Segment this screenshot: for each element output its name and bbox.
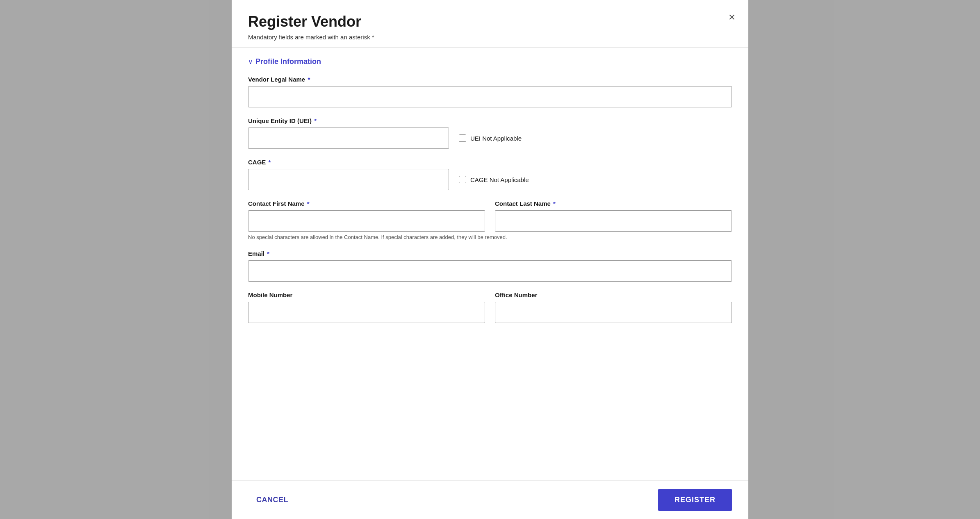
uei-not-applicable-group: UEI Not Applicable	[459, 134, 522, 142]
vendor-legal-name-input[interactable]	[248, 86, 732, 107]
contact-name-group: Contact First Name * Contact Last Name *…	[248, 200, 732, 240]
email-input[interactable]	[248, 260, 732, 282]
email-label: Email *	[248, 250, 732, 257]
uei-input[interactable]	[248, 127, 449, 149]
office-number-col: Office Number	[495, 291, 732, 323]
contact-last-name-label: Contact Last Name *	[495, 200, 732, 207]
section-header: ∨ Profile Information	[248, 57, 732, 66]
close-button[interactable]: ×	[725, 10, 738, 25]
mobile-number-label: Mobile Number	[248, 291, 485, 298]
office-number-input[interactable]	[495, 302, 732, 323]
cage-not-applicable-checkbox[interactable]	[459, 176, 466, 183]
modal-footer: CANCEL REGISTER	[232, 480, 748, 519]
vendor-legal-name-group: Vendor Legal Name *	[248, 76, 732, 107]
cage-not-applicable-group: CAGE Not Applicable	[459, 176, 529, 183]
modal-overlay: Register Vendor Mandatory fields are mar…	[0, 0, 980, 519]
uei-group: Unique Entity ID (UEI) * UEI Not Applica…	[248, 117, 732, 149]
contact-last-name-col: Contact Last Name *	[495, 200, 732, 232]
email-required-star: *	[265, 250, 269, 257]
cage-label: CAGE *	[248, 159, 732, 166]
office-number-label: Office Number	[495, 291, 732, 298]
cage-required-star: *	[267, 159, 271, 166]
modal-header: Register Vendor Mandatory fields are mar…	[232, 0, 748, 48]
modal-subtitle: Mandatory fields are marked with an aste…	[248, 34, 732, 41]
contact-first-name-label: Contact First Name *	[248, 200, 485, 207]
cage-input[interactable]	[248, 169, 449, 190]
modal-body: ∨ Profile Information Vendor Legal Name …	[232, 48, 748, 480]
cage-group: CAGE * CAGE Not Applicable	[248, 159, 732, 190]
mobile-number-col: Mobile Number	[248, 291, 485, 323]
mobile-office-row: Mobile Number Office Number	[248, 291, 732, 323]
modal-title: Register Vendor	[248, 13, 732, 30]
contact-name-note: No special characters are allowed in the…	[248, 234, 732, 240]
vendor-legal-name-required-star: *	[306, 76, 310, 83]
contact-last-name-required-star: *	[552, 200, 556, 207]
register-vendor-modal: Register Vendor Mandatory fields are mar…	[232, 0, 748, 519]
mobile-number-input[interactable]	[248, 302, 485, 323]
email-group: Email *	[248, 250, 732, 282]
uei-row: UEI Not Applicable	[248, 127, 732, 149]
uei-not-applicable-checkbox[interactable]	[459, 134, 466, 142]
contact-last-name-input[interactable]	[495, 210, 732, 232]
vendor-legal-name-label: Vendor Legal Name *	[248, 76, 732, 83]
chevron-icon: ∨	[248, 58, 253, 66]
cage-not-applicable-label[interactable]: CAGE Not Applicable	[470, 176, 529, 183]
contact-first-name-input[interactable]	[248, 210, 485, 232]
contact-first-name-col: Contact First Name *	[248, 200, 485, 232]
uei-required-star: *	[312, 117, 317, 124]
cage-row: CAGE Not Applicable	[248, 169, 732, 190]
register-button[interactable]: REGISTER	[658, 489, 732, 511]
uei-label: Unique Entity ID (UEI) *	[248, 117, 732, 124]
contact-name-row: Contact First Name * Contact Last Name *	[248, 200, 732, 232]
profile-info-section-title: Profile Information	[255, 57, 321, 66]
cancel-button[interactable]: CANCEL	[248, 491, 296, 509]
uei-not-applicable-label[interactable]: UEI Not Applicable	[470, 135, 522, 142]
phone-numbers-group: Mobile Number Office Number	[248, 291, 732, 323]
contact-first-name-required-star: *	[305, 200, 310, 207]
